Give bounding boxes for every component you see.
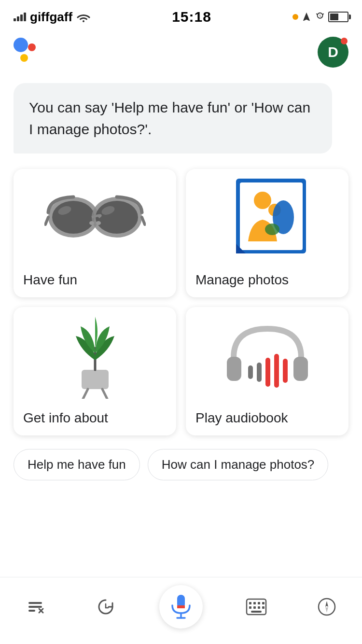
svg-rect-42 [262,602,265,604]
alarm-icon [315,12,325,22]
chip-have-fun-label: Help me have fun [28,457,126,472]
svg-point-14 [254,192,271,209]
svg-rect-39 [249,602,251,604]
cards-grid: Have fun [0,165,362,443]
plant-icon [56,312,134,399]
headphones-icon [219,314,316,396]
battery-icon [328,12,348,22]
svg-rect-24 [257,363,262,382]
chip-manage-photos[interactable]: How can I manage photos? [148,449,329,480]
mic-icon [170,594,192,620]
svg-rect-27 [283,359,288,383]
svg-rect-28 [248,365,253,379]
avatar-notification-dot [341,38,348,44]
svg-point-8 [96,221,101,225]
svg-rect-47 [251,611,262,613]
svg-rect-35 [177,605,185,608]
svg-marker-49 [325,601,328,607]
card-get-info-image [14,307,176,404]
suggestion-chips: Help me have fun How can I manage photos… [0,443,362,490]
svg-rect-31 [28,610,35,612]
svg-rect-41 [258,602,260,604]
avatar-initial: D [328,44,338,60]
user-avatar[interactable]: D [318,37,348,68]
status-icons [292,12,348,22]
chip-have-fun[interactable]: Help me have fun [14,449,140,480]
svg-line-5 [45,217,48,224]
history-button[interactable] [89,590,123,624]
drawer-icon [26,597,45,616]
location-icon [301,12,312,22]
svg-rect-25 [265,358,270,387]
assistant-message: You can say 'Help me have fun' or 'How c… [29,99,310,137]
history-icon [96,597,115,616]
wifi-icon [76,12,91,22]
card-manage-photos[interactable]: Manage photos [186,169,348,297]
svg-point-1 [52,201,95,234]
card-audiobook[interactable]: Play audiobook [186,307,348,435]
signal-icon [14,13,26,21]
notification-dot [292,14,298,20]
svg-marker-50 [325,607,328,613]
logo-dot-red [28,43,36,51]
chat-area: You can say 'Help me have fun' or 'How c… [0,73,362,165]
mic-button[interactable] [159,585,203,629]
svg-rect-40 [253,602,256,604]
keyboard-button[interactable] [239,590,273,624]
card-manage-photos-image [186,169,348,266]
svg-point-17 [265,224,279,235]
svg-rect-43 [249,606,251,609]
card-audiobook-image [186,307,348,404]
bottom-bar [0,577,362,644]
logo-dot-blue [14,38,28,52]
keyboard-icon [246,598,267,616]
card-manage-photos-label: Manage photos [186,266,348,297]
compass-icon [317,597,336,616]
svg-rect-29 [28,602,42,604]
photos-icon [222,174,313,261]
svg-point-7 [89,221,94,225]
drawer-button[interactable] [18,590,52,624]
card-get-info[interactable]: Get info about [14,307,176,435]
status-time: 15:18 [172,9,211,25]
svg-rect-46 [262,606,265,609]
status-bar: giffgaff 15:18 [0,0,362,29]
svg-line-20 [102,389,107,399]
carrier-name: giffgaff [30,10,72,25]
svg-rect-45 [258,606,260,609]
app-header: D [0,29,362,73]
svg-point-3 [96,201,138,234]
assistant-bubble: You can say 'Help me have fun' or 'How c… [14,83,332,154]
card-have-fun-label: Have fun [14,266,176,297]
svg-rect-22 [227,357,241,381]
svg-rect-23 [293,357,308,381]
chip-manage-photos-label: How can I manage photos? [162,457,315,472]
card-have-fun[interactable]: Have fun [14,169,176,297]
card-have-fun-image [14,169,176,266]
svg-rect-30 [28,606,42,608]
svg-rect-26 [274,354,279,388]
logo-dots [14,38,42,67]
svg-line-6 [142,217,145,224]
svg-rect-18 [82,370,109,389]
svg-line-19 [83,389,88,399]
sunglasses-icon [44,188,146,246]
svg-rect-44 [253,606,256,609]
status-carrier: giffgaff [14,10,91,25]
logo-dot-yellow [20,54,28,62]
assistant-logo [14,38,42,67]
compass-button[interactable] [310,590,344,624]
card-get-info-label: Get info about [14,404,176,435]
card-audiobook-label: Play audiobook [186,404,348,435]
